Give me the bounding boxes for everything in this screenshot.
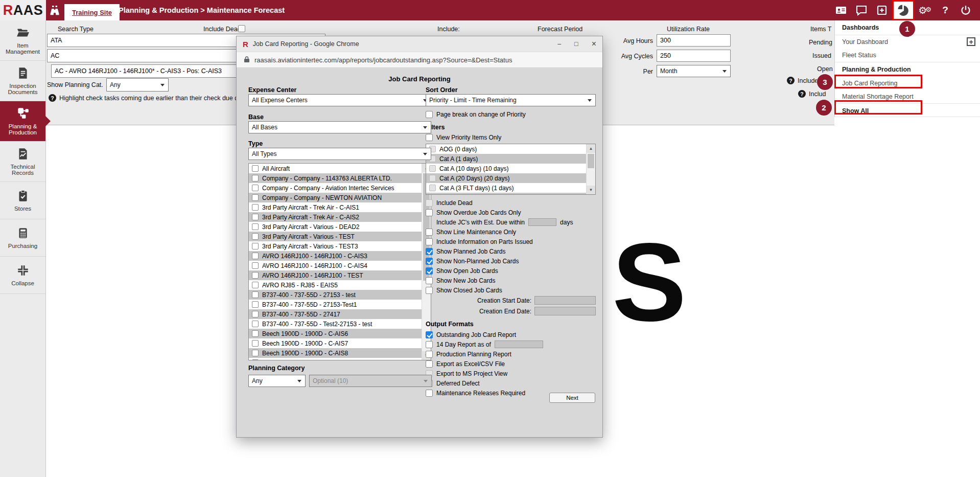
- priority-row[interactable]: Cat A (30 Days) (30 days): [426, 193, 595, 195]
- aircraft-row-checkbox[interactable]: [252, 185, 259, 191]
- aircraft-row-checkbox[interactable]: [252, 350, 259, 356]
- dialog-url-bar[interactable]: raasais.aviationintertec.com/app/reports…: [237, 52, 602, 68]
- aircraft-row-checkbox[interactable]: [252, 291, 259, 298]
- aircraft-row[interactable]: B737-400 - 737-55D - Test2-27153 - test: [249, 319, 431, 329]
- aircraft-row-checkbox[interactable]: [252, 359, 259, 360]
- aircraft-row[interactable]: Beech 1900D - 1900D - C-AIS6: [249, 329, 431, 338]
- user-card-icon[interactable]: [831, 0, 851, 20]
- aircraft-row-checkbox[interactable]: [252, 243, 259, 249]
- view-priority-checkbox[interactable]: [426, 134, 433, 141]
- sort-order-select[interactable]: Priority - Limit - Time Remaining: [426, 94, 596, 106]
- aircraft-row[interactable]: AVRO 146RJ100 - 146RJ100 - C-AIS4: [249, 261, 431, 270]
- priority-row[interactable]: AOG (0 days): [426, 144, 595, 154]
- sidebar-item-purchasing[interactable]: Purchasing: [0, 219, 45, 257]
- page-break-checkbox[interactable]: [426, 111, 433, 118]
- output-checkbox-maintenance-releases-required[interactable]: [426, 390, 433, 397]
- scroll-up-icon[interactable]: ▲: [587, 144, 595, 153]
- aircraft-row-checkbox[interactable]: [252, 223, 259, 230]
- aircraft-row-checkbox[interactable]: [252, 301, 259, 308]
- aircraft-row[interactable]: [249, 358, 431, 360]
- include-dead-checkbox[interactable]: [238, 25, 245, 32]
- planning-category-select[interactable]: Any: [248, 375, 306, 387]
- sidebar-item-item-management[interactable]: Item Management: [0, 20, 45, 61]
- output-input-14-day-report-as-of[interactable]: [495, 340, 543, 348]
- aircraft-row[interactable]: B737-400 - 737-55D - 27153-Test1: [249, 300, 431, 309]
- sidebar-item-stores[interactable]: Stores: [0, 182, 45, 219]
- aircraft-row-checkbox[interactable]: [252, 233, 259, 240]
- aircraft-row[interactable]: Beech 1900D - 1900D - C-AIS8: [249, 348, 431, 358]
- tab-training-site[interactable]: Training Site: [64, 4, 120, 20]
- aircraft-row-checkbox[interactable]: [252, 194, 259, 201]
- filter-checkbox-show-overdue-job-cards-only[interactable]: [426, 209, 433, 216]
- aircraft-row-checkbox[interactable]: [252, 165, 259, 172]
- type-select[interactable]: All Types: [248, 148, 431, 160]
- panel-item-your-dashboard[interactable]: Your Dashboard+: [835, 35, 980, 49]
- sidebar-item-planning-production[interactable]: Planning & Production: [0, 101, 45, 142]
- aircraft-row[interactable]: B737-400 - 737-55D - 27417: [249, 309, 431, 319]
- close-button[interactable]: ×: [592, 39, 596, 49]
- panel-item-material-shortage-report[interactable]: Material Shortage Report: [835, 90, 980, 103]
- filter-checkbox-show-new-job-cards[interactable]: [426, 277, 433, 284]
- aircraft-row-checkbox[interactable]: [252, 321, 259, 327]
- aircraft-row[interactable]: 3rd Party Aircraft - Trek Air - C-AIS1: [249, 202, 431, 212]
- sidebar-item-collapse[interactable]: Collapse: [0, 257, 45, 294]
- chat-icon[interactable]: [851, 0, 872, 20]
- minimize-button[interactable]: –: [557, 40, 561, 48]
- aircraft-row[interactable]: Company - Company - NEWTON AVIATION: [249, 193, 431, 202]
- dialog-title-bar[interactable]: R Job Card Reporting - Google Chrome – □…: [237, 36, 602, 52]
- output-checkbox-outstanding-job-card-report[interactable]: [426, 331, 433, 338]
- sidebar-item-inspection-documents[interactable]: Inspection Documents: [0, 61, 45, 101]
- filter-checkbox-show-open-job-cards[interactable]: [426, 267, 433, 275]
- aircraft-row-checkbox[interactable]: [252, 253, 259, 259]
- priority-row[interactable]: Cat A (20 Days) (20 days): [426, 173, 595, 183]
- filter-checkbox-show-planned-job-cards[interactable]: [426, 248, 433, 255]
- expense-center-select[interactable]: All Expense Centers: [248, 94, 431, 106]
- aircraft-row-checkbox[interactable]: [252, 311, 259, 317]
- aircraft-row[interactable]: Company - Company - Aviation Intertec Se…: [249, 183, 431, 193]
- aircraft-row[interactable]: 3rd Party Aircraft - Various - DEAD2: [249, 222, 431, 232]
- avg-hours-input[interactable]: [657, 34, 731, 47]
- scrollbar-thumb[interactable]: [588, 154, 594, 168]
- filter-checkbox-show-non-planned-job-cards[interactable]: [426, 258, 433, 265]
- aircraft-row[interactable]: 3rd Party Aircraft - Trek Air - C-AIS2: [249, 212, 431, 222]
- aircraft-row-checkbox[interactable]: [252, 175, 259, 181]
- aircraft-row-checkbox[interactable]: [252, 330, 259, 337]
- aircraft-row-checkbox[interactable]: [252, 262, 259, 269]
- aircraft-row[interactable]: AVRO 146RJ100 - 146RJ100 - TEST: [249, 270, 431, 280]
- output-checkbox-production-planning-report[interactable]: [426, 351, 433, 358]
- aircraft-row[interactable]: AVRO 146RJ100 - 146RJ100 - C-AIS3: [249, 251, 431, 261]
- output-checkbox-export-as-excel-csv-file[interactable]: [426, 360, 433, 368]
- per-select[interactable]: Month: [657, 65, 731, 77]
- priority-row[interactable]: Cat A (10 days) (10 days): [426, 164, 595, 173]
- filter-checkbox-show-line-maintenance-only[interactable]: [426, 229, 433, 236]
- reports-pie-icon[interactable]: [892, 0, 915, 20]
- aircraft-row[interactable]: 3rd Party Aircraft - Various - TEST: [249, 232, 431, 241]
- priority-scrollbar[interactable]: ▲ ▼: [586, 144, 595, 194]
- sidebar-item-technical-records[interactable]: Technical Records: [0, 142, 45, 182]
- aircraft-row-checkbox[interactable]: [252, 204, 259, 211]
- filter-input-include-jc-s-with-est-due-within[interactable]: [528, 218, 556, 226]
- filter-checkbox-include-information-on-parts-issued[interactable]: [426, 238, 433, 245]
- power-icon[interactable]: [955, 0, 976, 20]
- priority-row[interactable]: Cat A (3 FLT days) (1 days): [426, 183, 595, 193]
- aircraft-row-checkbox[interactable]: [252, 272, 259, 279]
- help-icon[interactable]: ?: [935, 0, 955, 20]
- planning-cat-select[interactable]: Any: [106, 78, 169, 92]
- aircraft-row-checkbox[interactable]: [252, 340, 259, 347]
- priority-row[interactable]: Cat A (1 days): [426, 154, 595, 164]
- aircraft-row[interactable]: AVRO RJ85 - RJ85 - EAIS5: [249, 280, 431, 290]
- panel-item-fleet-status[interactable]: Fleet Status: [835, 49, 980, 62]
- aircraft-row[interactable]: Company - Company - 1143763 ALBERTA LTD.: [249, 173, 431, 183]
- avg-cycles-input[interactable]: [657, 50, 731, 62]
- add-dashboard-icon[interactable]: +: [967, 37, 975, 46]
- aircraft-row-checkbox[interactable]: [252, 282, 259, 288]
- aircraft-row[interactable]: All Aircraft: [249, 164, 431, 173]
- creation-end-input[interactable]: [534, 307, 596, 315]
- panel-item-job-card-reporting[interactable]: Job Card Reporting: [835, 77, 980, 90]
- settings-gears-icon[interactable]: ⚙⚙: [915, 0, 935, 20]
- creation-start-input[interactable]: [534, 296, 596, 305]
- base-select[interactable]: All Bases: [248, 121, 431, 133]
- aircraft-row[interactable]: B737-400 - 737-55D - 27153 - test: [249, 290, 431, 300]
- scroll-down-icon[interactable]: ▼: [587, 186, 595, 194]
- add-window-icon[interactable]: [872, 0, 892, 20]
